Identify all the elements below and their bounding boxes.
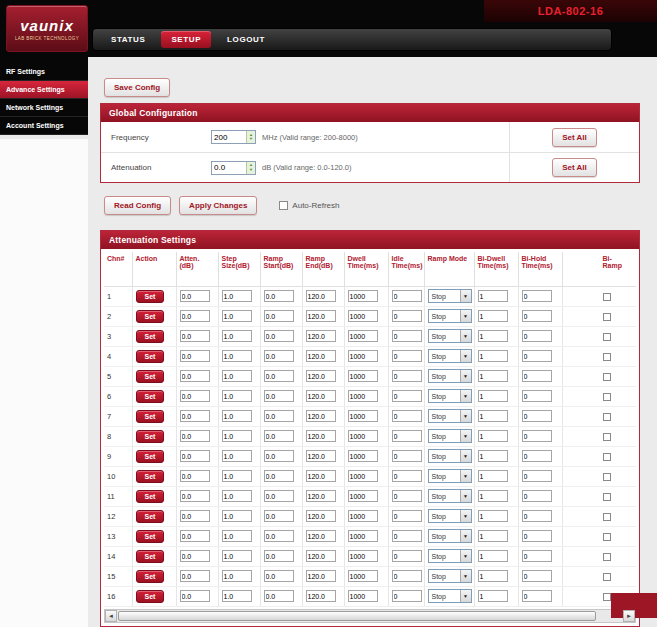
step-size-input[interactable] [222, 430, 252, 442]
idle-time-input[interactable] [392, 370, 422, 382]
ramp-mode-select[interactable]: Stop▼ [428, 569, 472, 583]
auto-refresh-checkbox[interactable] [279, 201, 288, 210]
atten-input[interactable] [180, 590, 210, 602]
bi-hold-input[interactable] [522, 390, 552, 402]
set-button[interactable]: Set [136, 290, 165, 303]
ramp-start-input[interactable] [264, 370, 294, 382]
set-button[interactable]: Set [136, 450, 165, 463]
ramp-start-input[interactable] [264, 430, 294, 442]
atten-input[interactable] [180, 430, 210, 442]
bi-hold-input[interactable] [522, 470, 552, 482]
atten-input[interactable] [180, 350, 210, 362]
step-size-input[interactable] [222, 410, 252, 422]
bi-ramp-checkbox[interactable] [603, 433, 611, 441]
idle-time-input[interactable] [392, 470, 422, 482]
idle-time-input[interactable] [392, 410, 422, 422]
ramp-mode-select[interactable]: Stop▼ [428, 429, 472, 443]
step-size-input[interactable] [222, 310, 252, 322]
idle-time-input[interactable] [392, 390, 422, 402]
ramp-mode-select[interactable]: Stop▼ [428, 289, 472, 303]
frequency-spinner[interactable]: ▲ ▼ [246, 131, 255, 143]
atten-input[interactable] [180, 410, 210, 422]
bi-dwell-input[interactable] [478, 310, 508, 322]
bi-ramp-checkbox[interactable] [603, 393, 611, 401]
idle-time-input[interactable] [392, 430, 422, 442]
bi-ramp-checkbox[interactable] [603, 333, 611, 341]
dwell-time-input[interactable] [348, 550, 378, 562]
ramp-mode-select[interactable]: Stop▼ [428, 489, 472, 503]
set-button[interactable]: Set [136, 390, 165, 403]
bi-dwell-input[interactable] [478, 450, 508, 462]
bi-hold-input[interactable] [522, 530, 552, 542]
ramp-mode-select[interactable]: Stop▼ [428, 509, 472, 523]
bi-hold-input[interactable] [522, 450, 552, 462]
step-size-input[interactable] [222, 490, 252, 502]
bi-ramp-checkbox[interactable] [603, 413, 611, 421]
ramp-start-input[interactable] [264, 450, 294, 462]
set-button[interactable]: Set [136, 570, 165, 583]
read-config-button[interactable]: Read Config [104, 196, 171, 215]
idle-time-input[interactable] [392, 490, 422, 502]
atten-input[interactable] [180, 310, 210, 322]
dwell-time-input[interactable] [348, 330, 378, 342]
idle-time-input[interactable] [392, 510, 422, 522]
dwell-time-input[interactable] [348, 470, 378, 482]
ramp-start-input[interactable] [264, 470, 294, 482]
bi-ramp-checkbox[interactable] [603, 473, 611, 481]
bi-dwell-input[interactable] [478, 470, 508, 482]
step-size-input[interactable] [222, 550, 252, 562]
bi-dwell-input[interactable] [478, 530, 508, 542]
dwell-time-input[interactable] [348, 390, 378, 402]
nav-tab-status[interactable]: STATUS [101, 31, 155, 48]
nav-tab-logout[interactable]: LOGOUT [217, 31, 275, 48]
set-button[interactable]: Set [136, 310, 165, 323]
horizontal-scrollbar[interactable]: ◄ ► [104, 609, 636, 623]
dwell-time-input[interactable] [348, 410, 378, 422]
atten-input[interactable] [180, 490, 210, 502]
dwell-time-input[interactable] [348, 490, 378, 502]
set-button[interactable]: Set [136, 490, 165, 503]
step-size-input[interactable] [222, 470, 252, 482]
bi-ramp-checkbox[interactable] [603, 493, 611, 501]
apply-changes-button[interactable]: Apply Changes [179, 196, 257, 215]
dwell-time-input[interactable] [348, 510, 378, 522]
bi-dwell-input[interactable] [478, 590, 508, 602]
set-button[interactable]: Set [136, 350, 165, 363]
atten-input[interactable] [180, 390, 210, 402]
sidebar-item-network-settings[interactable]: Network Settings [0, 99, 88, 117]
bi-dwell-input[interactable] [478, 390, 508, 402]
ramp-end-input[interactable] [306, 450, 336, 462]
bi-ramp-checkbox[interactable] [603, 373, 611, 381]
bi-dwell-input[interactable] [478, 290, 508, 302]
bi-hold-input[interactable] [522, 410, 552, 422]
bi-ramp-checkbox[interactable] [603, 593, 611, 601]
bi-dwell-input[interactable] [478, 350, 508, 362]
ramp-end-input[interactable] [306, 310, 336, 322]
set-button[interactable]: Set [136, 330, 165, 343]
scroll-thumb[interactable] [118, 611, 596, 621]
atten-input[interactable] [180, 570, 210, 582]
idle-time-input[interactable] [392, 530, 422, 542]
ramp-start-input[interactable] [264, 390, 294, 402]
atten-input[interactable] [180, 550, 210, 562]
set-button[interactable]: Set [136, 510, 165, 523]
ramp-mode-select[interactable]: Stop▼ [428, 549, 472, 563]
idle-time-input[interactable] [392, 550, 422, 562]
ramp-mode-select[interactable]: Stop▼ [428, 369, 472, 383]
ramp-end-input[interactable] [306, 350, 336, 362]
bi-dwell-input[interactable] [478, 330, 508, 342]
ramp-start-input[interactable] [264, 590, 294, 602]
bi-dwell-input[interactable] [478, 490, 508, 502]
bi-dwell-input[interactable] [478, 410, 508, 422]
atten-input[interactable] [180, 370, 210, 382]
ramp-end-input[interactable] [306, 530, 336, 542]
ramp-mode-select[interactable]: Stop▼ [428, 309, 472, 323]
atten-input[interactable] [180, 450, 210, 462]
bi-hold-input[interactable] [522, 350, 552, 362]
attenuation-spinner[interactable]: ▲ ▼ [246, 162, 255, 174]
set-button[interactable]: Set [136, 530, 165, 543]
bi-hold-input[interactable] [522, 290, 552, 302]
bi-hold-input[interactable] [522, 590, 552, 602]
ramp-end-input[interactable] [306, 410, 336, 422]
bi-dwell-input[interactable] [478, 370, 508, 382]
